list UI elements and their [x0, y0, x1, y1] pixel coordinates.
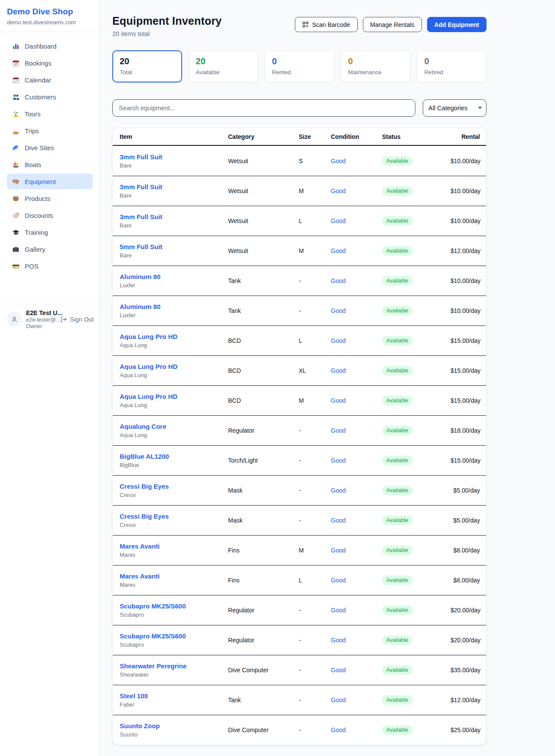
- sidebar-item-equipment[interactable]: Equipment: [7, 174, 93, 189]
- table-row: Aqualung Core Aqua Lung Regulator - Good…: [113, 415, 486, 445]
- sidebar-item-dashboard[interactable]: Dashboard: [7, 38, 93, 54]
- item-name-link[interactable]: Scubapro MK25/S600: [120, 632, 228, 640]
- stat-card-maintenance[interactable]: 0 Maintenance: [341, 50, 411, 82]
- sidebar-item-dive-sites[interactable]: Dive Sites: [7, 140, 93, 155]
- condition-link[interactable]: Good: [331, 487, 346, 494]
- item-category: Regulator: [228, 607, 299, 614]
- item-name-link[interactable]: BigBlue AL1200: [120, 453, 228, 460]
- item-brand: Mares: [120, 582, 228, 588]
- search-input[interactable]: [112, 99, 415, 117]
- condition-link[interactable]: Good: [331, 247, 346, 254]
- stat-card-total[interactable]: 20 Total: [112, 50, 182, 82]
- stat-value: 20: [120, 56, 175, 66]
- item-category: Regulator: [228, 637, 299, 644]
- stats-row: 20 Total 20 Available 0 Rented 0 Mainten…: [112, 50, 486, 82]
- table-row: Aqua Lung Pro HD Aqua Lung BCD XL Good A…: [113, 355, 486, 385]
- item-name-link[interactable]: Scubapro MK25/S600: [120, 602, 228, 610]
- rental-rate: $35.00/day: [451, 667, 480, 674]
- item-name-link[interactable]: Aluminum 80: [120, 273, 228, 280]
- condition-link[interactable]: Good: [331, 217, 346, 224]
- sign-out-button[interactable]: Sign Out: [60, 316, 94, 323]
- sidebar-item-discounts[interactable]: Discounts: [7, 207, 93, 223]
- sidebar-item-calendar[interactable]: Calendar: [7, 72, 93, 88]
- sidebar-item-products[interactable]: Products: [7, 191, 93, 206]
- item-category: Dive Computer: [228, 667, 299, 674]
- condition-link[interactable]: Good: [331, 158, 346, 164]
- condition-link[interactable]: Good: [331, 277, 346, 284]
- sidebar-item-label: Tours: [25, 110, 41, 118]
- sidebar-item-tours[interactable]: Tours: [7, 106, 93, 122]
- item-name-link[interactable]: Aqua Lung Pro HD: [120, 333, 228, 340]
- col-header-condition: Condition: [331, 133, 382, 140]
- manage-rentals-button[interactable]: Manage Rentals: [363, 17, 422, 32]
- item-brand: Luxfer: [120, 282, 228, 289]
- item-name-link[interactable]: Suunto Zoop: [120, 722, 228, 730]
- category-select[interactable]: All Categories: [423, 99, 486, 117]
- pos-icon: [12, 263, 20, 270]
- stat-card-rented[interactable]: 0 Rented: [264, 50, 334, 82]
- page-subtitle: 20 items total: [112, 30, 222, 37]
- condition-link[interactable]: Good: [331, 667, 346, 674]
- table-header-row: Item Category Size Condition Status Rent…: [113, 128, 486, 146]
- brand-domain: demo.test.divestreams.com: [7, 19, 93, 26]
- item-name-link[interactable]: Aqua Lung Pro HD: [120, 393, 228, 400]
- condition-link[interactable]: Good: [331, 637, 346, 644]
- item-name-link[interactable]: 3mm Full Suit: [120, 153, 228, 161]
- condition-link[interactable]: Good: [331, 577, 346, 584]
- item-name-link[interactable]: 3mm Full Suit: [120, 213, 228, 220]
- page-title: Equipment Inventory: [112, 15, 222, 27]
- sidebar-item-trips[interactable]: Trips: [7, 123, 93, 138]
- condition-link[interactable]: Good: [331, 397, 346, 404]
- condition-link[interactable]: Good: [331, 367, 346, 374]
- condition-link[interactable]: Good: [331, 607, 346, 614]
- item-name-link[interactable]: 5mm Full Suit: [120, 243, 228, 250]
- sidebar-item-boats[interactable]: Boats: [7, 157, 93, 172]
- item-name-link[interactable]: Aqualung Core: [120, 423, 228, 430]
- condition-link[interactable]: Good: [331, 337, 346, 344]
- item-name-link[interactable]: Mares Avanti: [120, 542, 228, 550]
- item-name-link[interactable]: Cressi Big Eyes: [120, 513, 228, 520]
- condition-link[interactable]: Good: [331, 547, 346, 554]
- col-header-category: Category: [228, 133, 299, 140]
- condition-link[interactable]: Good: [331, 427, 346, 434]
- sidebar-item-customers[interactable]: Customers: [7, 89, 93, 105]
- item-name-link[interactable]: 3mm Full Suit: [120, 183, 228, 191]
- scan-barcode-button[interactable]: Scan Barcode: [295, 17, 358, 32]
- table-row: Scubapro MK25/S600 Scubapro Regulator - …: [113, 595, 486, 625]
- condition-link[interactable]: Good: [331, 187, 346, 194]
- stat-card-available[interactable]: 20 Available: [189, 50, 258, 82]
- rental-rate: $12.00/day: [451, 697, 480, 703]
- item-name-link[interactable]: Steel 100: [120, 692, 228, 700]
- rental-rate: $18.00/day: [451, 427, 480, 434]
- condition-link[interactable]: Good: [331, 307, 346, 314]
- stat-value: 20: [196, 56, 251, 66]
- rental-rate: $10.00/day: [451, 217, 480, 224]
- item-category: Fins: [228, 577, 299, 584]
- dashboard-icon: [12, 43, 20, 50]
- sidebar-item-gallery[interactable]: Gallery: [7, 241, 93, 257]
- item-size: L: [299, 577, 331, 584]
- item-brand: Bare: [120, 162, 228, 169]
- status-badge: Available: [382, 336, 413, 345]
- sidebar-item-bookings[interactable]: 17 Bookings: [7, 55, 93, 71]
- sidebar-item-pos[interactable]: POS: [7, 258, 93, 274]
- item-name-link[interactable]: Shearwater Peregrine: [120, 662, 228, 670]
- add-equipment-button[interactable]: Add Equipment: [427, 17, 486, 32]
- item-size: -: [299, 427, 331, 434]
- item-size: L: [299, 217, 331, 224]
- condition-link[interactable]: Good: [331, 697, 346, 703]
- item-name-link[interactable]: Cressi Big Eyes: [120, 483, 228, 490]
- table-row: 3mm Full Suit Bare Wetsuit M Good Availa…: [113, 176, 486, 206]
- condition-link[interactable]: Good: [331, 517, 346, 524]
- item-name-link[interactable]: Aqua Lung Pro HD: [120, 363, 228, 370]
- item-brand: Aqua Lung: [120, 372, 228, 378]
- sidebar-item-training[interactable]: Training: [7, 224, 93, 240]
- item-name-link[interactable]: Mares Avanti: [120, 572, 228, 580]
- item-name-link[interactable]: Aluminum 80: [120, 303, 228, 310]
- condition-link[interactable]: Good: [331, 457, 346, 464]
- condition-link[interactable]: Good: [331, 726, 346, 733]
- item-brand: Cressi: [120, 522, 228, 528]
- avatar: [7, 312, 22, 327]
- stat-card-retired[interactable]: 0 Retired: [417, 50, 486, 82]
- col-header-item: Item: [120, 133, 228, 140]
